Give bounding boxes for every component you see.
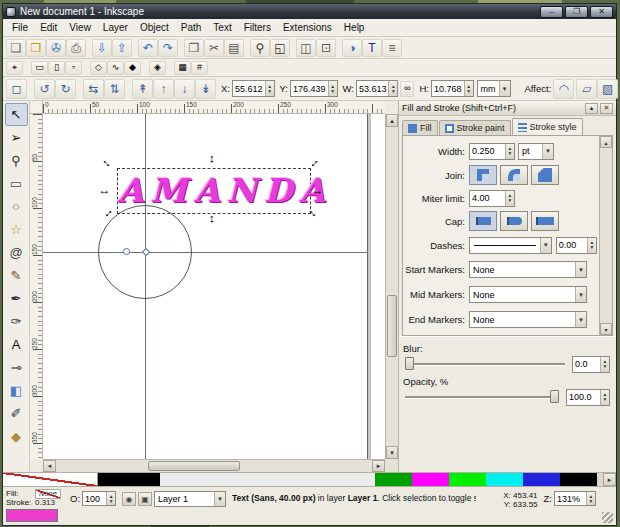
horizontal-scrollbar[interactable]: ◂ ▸ [43,459,385,472]
dash-offset-value[interactable]: 0.00 [557,238,579,253]
resize-grip[interactable] [602,512,613,523]
dialog-tab[interactable]: Stroke style [512,118,583,135]
select-all-button[interactable]: ◻ [6,79,27,99]
opacity-input[interactable]: 100.0 ▴ ▾ [566,389,610,406]
slider-handle[interactable] [550,390,559,403]
no-color-swatch[interactable] [3,473,98,486]
scroll-down-button[interactable]: ▾ [600,323,612,335]
flip-vertical-button[interactable]: ⇅ [104,79,125,99]
lime-swatch[interactable] [449,473,486,486]
menu-item[interactable]: Edit [34,21,63,34]
x-value[interactable]: 55.612 [233,81,265,96]
snap-midpoint-button[interactable]: ◈ [149,61,166,75]
h-value[interactable]: 10.768 [432,81,464,96]
horizontal-guide[interactable] [43,252,368,253]
star-tool[interactable]: ☆ [5,218,28,241]
scrollbar-thumb[interactable] [148,461,240,471]
scale-handle[interactable]: ↔ [98,184,111,197]
units-dropdown[interactable]: mm ▾ [477,80,511,97]
node-tool[interactable]: ➢ [5,126,28,149]
scale-handle[interactable]: ↔ [98,153,116,171]
cyan-swatch[interactable] [486,473,523,486]
x-input[interactable]: 55.612 ▴ ▾ [232,80,275,97]
paint-bucket-tool[interactable]: ◆ [5,425,28,448]
cut-button[interactable]: ✂ [204,39,224,57]
text-dialog-button[interactable]: T [362,39,382,57]
rotate-ccw-button[interactable]: ↺ [34,79,55,99]
blue-swatch[interactable] [523,473,560,486]
object-opacity-value[interactable]: 100 [83,492,102,505]
spinner-arrows-icon[interactable]: ▴ ▾ [600,390,609,405]
blur-value[interactable]: 0.0 [573,357,590,372]
raise-top-button[interactable]: ↟ [132,79,153,99]
dialog-titlebar[interactable]: Fill and Stroke (Shift+Ctrl+F) ▴ ✕ [399,101,616,116]
y-value[interactable]: 176.439 [291,81,328,96]
join-bevel-button[interactable] [531,165,559,185]
canvas[interactable]: AMANDA ↔ ↔ ↔ ↔ ↔ ↔ ↔ ↔ [43,114,385,459]
scrollbar-thumb[interactable] [387,295,397,357]
green-swatch[interactable] [375,473,412,486]
spinner-arrows-icon[interactable]: ▴ ▾ [388,81,397,96]
dash-offset-input[interactable]: 0.00 ▴ ▾ [556,237,597,254]
miter-limit-input[interactable]: 4.00 ▴ ▾ [469,190,515,207]
export-button[interactable]: ⇧ [112,39,132,57]
pencil-tool[interactable]: ✎ [5,264,28,287]
menu-item[interactable]: Layer [97,21,134,34]
rotate-cw-button[interactable]: ↻ [55,79,76,99]
import-button[interactable]: ⇩ [92,39,112,57]
menu-item[interactable]: Filters [238,21,277,34]
lock-ratio-toggle[interactable]: ∞ [400,81,414,97]
menu-item[interactable]: Text [207,21,237,34]
dock-close-button[interactable]: ✕ [600,103,613,114]
maximize-button[interactable]: ❐ [565,6,588,18]
text-object[interactable]: AMANDA [118,169,310,213]
layer-dropdown[interactable]: Layer 1 ▾ [154,491,226,507]
close-button[interactable]: ✕ [590,6,613,18]
dialog-tab[interactable]: Stroke paint [439,120,511,135]
spinner-arrows-icon[interactable]: ▴ ▾ [505,191,514,206]
menu-item[interactable]: Extensions [277,21,338,34]
snap-intersection-button[interactable]: ◆ [124,61,141,75]
snap-node-button[interactable]: ◇ [90,61,107,75]
layer-visibility-toggle[interactable]: ◉ [122,492,136,506]
stroke-width-input[interactable]: 0.250 ▴ ▾ [469,143,515,160]
palette-scroll-button[interactable]: ▸ [603,473,616,486]
path-node[interactable] [123,248,130,255]
copy-button[interactable]: ❐ [184,39,204,57]
snap-bbox-edge-button[interactable]: ▯ [48,61,65,75]
join-round-button[interactable] [500,165,528,185]
spinner-arrows-icon[interactable]: ▴ ▾ [586,492,595,505]
scale-handle[interactable]: ↔ [207,213,220,226]
undo-button[interactable]: ↶ [138,39,158,57]
dash-pattern-dropdown[interactable]: ▾ [469,237,552,254]
scrollbar-track[interactable] [56,460,372,472]
stroke-width-value[interactable]: 0.250 [470,144,497,159]
move-gradients-toggle[interactable]: ▧ [597,79,618,99]
connector-tool[interactable]: ⊸ [5,356,28,379]
snap-grid-button[interactable]: ▦ [174,61,191,75]
spinner-arrows-icon[interactable]: ▴ ▾ [464,81,473,96]
object-opacity-input[interactable]: 100 ▴ ▾ [82,491,116,506]
zoom-page-button[interactable]: ◱ [270,39,290,57]
opacity-value[interactable]: 100.0 [567,390,594,405]
miter-limit-value[interactable]: 4.00 [470,191,492,206]
zoom-value[interactable]: 131% [555,492,582,505]
menu-item[interactable]: File [6,21,34,34]
stroke-width-units-dropdown[interactable]: pt ▾ [518,143,554,160]
scale-handle[interactable]: ↔ [311,184,324,197]
calligraphy-tool[interactable]: ✑ [5,310,28,333]
spinner-arrows-icon[interactable]: ▴ ▾ [600,357,609,372]
ruler-corner[interactable] [30,101,43,114]
scroll-down-button[interactable]: ▾ [386,446,398,459]
blur-slider[interactable] [403,356,567,372]
marker-dropdown[interactable]: None ▾ [469,261,587,278]
vertical-scrollbar[interactable]: ▴ ▾ [385,114,398,459]
paste-button[interactable]: ▤ [224,39,244,57]
snap-toggle-button[interactable]: ⌖ [6,61,23,75]
minimize-button[interactable]: – [540,6,563,18]
light-gray-swatch[interactable] [160,473,375,486]
group-button[interactable]: ⊡ [316,39,336,57]
spinner-arrows-icon[interactable]: ▴ ▾ [587,238,596,253]
redo-button[interactable]: ↷ [158,39,178,57]
new-document-button[interactable]: ❏ [6,39,26,57]
